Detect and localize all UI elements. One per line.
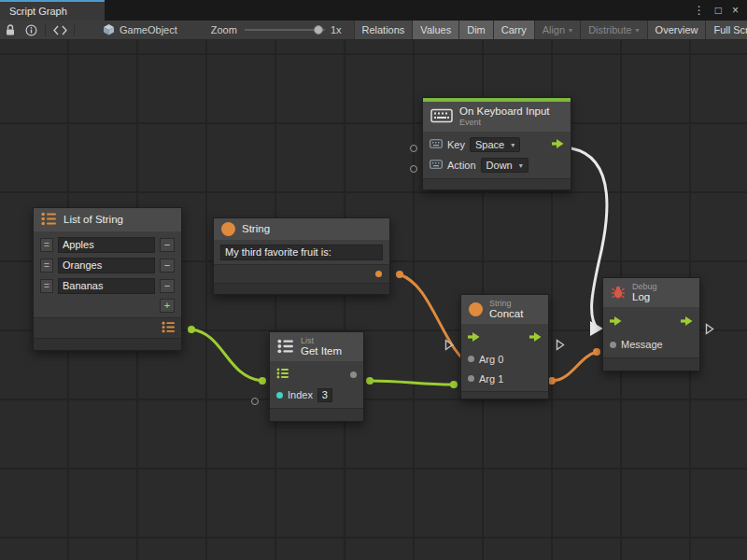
wire-endpoint (450, 381, 458, 388)
node-header: List Get Item (270, 332, 363, 361)
tab-title: Script Graph (9, 6, 67, 17)
node-footer (603, 357, 699, 371)
node-title: String (242, 223, 270, 235)
list-icon (41, 212, 57, 228)
toolbar-divider (45, 24, 46, 36)
zoom-slider[interactable] (245, 24, 325, 35)
control-in-port[interactable] (468, 332, 480, 343)
key-dropdown[interactable]: Space ▾ (470, 137, 520, 152)
control-row (461, 327, 548, 349)
remove-item-button[interactable]: − (160, 238, 175, 252)
node-subtitle: Event (459, 118, 550, 128)
node-title: Concat (489, 308, 523, 320)
values-button[interactable]: Values (412, 21, 458, 40)
control-out-port[interactable] (529, 332, 542, 343)
node-title: On Keyboard Input (459, 105, 550, 118)
string-out-port[interactable] (375, 271, 382, 277)
toolbar-divider (74, 24, 75, 36)
arg1-in-port[interactable] (468, 375, 474, 382)
node-debug-log[interactable]: Debug Log Message (602, 277, 700, 371)
code-icon[interactable] (49, 21, 70, 39)
maximize-icon[interactable]: □ (715, 4, 722, 17)
node-footer (34, 317, 181, 338)
node-header: On Keyboard Input Event (423, 102, 571, 132)
wire-endpoint (188, 326, 195, 333)
relations-button[interactable]: Relations (354, 21, 413, 40)
node-header: Debug Log (603, 278, 699, 307)
bug-icon (611, 285, 626, 301)
action-unconnected-port[interactable] (410, 165, 417, 173)
message-in-port[interactable] (610, 342, 616, 348)
chevron-down-icon: ▾ (636, 26, 640, 35)
index-unconnected-port[interactable] (251, 398, 259, 405)
control-out-port[interactable] (681, 316, 693, 328)
item-out-port[interactable] (350, 371, 357, 378)
drag-handle[interactable]: = (40, 279, 53, 293)
drag-handle[interactable]: = (40, 259, 53, 273)
node-concat[interactable]: String Concat Arg 0 (460, 294, 549, 399)
action-dropdown[interactable]: Down ▾ (481, 158, 529, 173)
wire-arrowhead (590, 321, 603, 336)
carry-button[interactable]: Carry (493, 21, 534, 40)
wire-concat-to-log (552, 352, 597, 381)
list-item-row: = Bananas − (34, 275, 181, 296)
index-in-port[interactable] (276, 392, 283, 399)
list-out-port[interactable] (162, 321, 176, 335)
list-icon (277, 339, 294, 356)
drag-handle[interactable]: = (40, 238, 53, 252)
action-label: Action (447, 160, 476, 171)
lock-icon[interactable] (0, 21, 21, 39)
node-on-keyboard-input[interactable]: On Keyboard Input Event Key Space ▾ (422, 97, 571, 190)
arg0-row: Arg 0 (461, 349, 548, 369)
list-item-row: = Oranges − (34, 255, 181, 275)
list-item-input[interactable]: Bananas (58, 278, 155, 294)
wire-string-to-concat (400, 274, 469, 365)
graph-canvas[interactable]: On Keyboard Input Event Key Space ▾ (0, 40, 747, 560)
remove-item-button[interactable]: − (160, 259, 175, 273)
list-item-input[interactable]: Oranges (58, 258, 155, 273)
node-footer (270, 408, 363, 421)
add-item-button[interactable]: + (160, 299, 175, 313)
zoom-slider-handle[interactable] (314, 25, 323, 35)
index-label: Index (288, 389, 313, 400)
overview-button[interactable]: Overview (647, 21, 706, 40)
node-footer (423, 178, 571, 189)
zoom-label: Zoom (211, 24, 237, 35)
wire-endpoint (548, 377, 556, 385)
node-header: String (214, 218, 389, 240)
chevron-down-icon: ▾ (519, 161, 523, 170)
gameobject-target[interactable]: GameObject (103, 23, 177, 37)
control-in-port[interactable] (610, 316, 622, 328)
control-row (603, 310, 699, 334)
concat-control-out-indicator[interactable] (556, 339, 565, 351)
close-icon[interactable]: × (732, 4, 739, 17)
info-icon[interactable] (21, 21, 41, 39)
remove-item-button[interactable]: − (160, 279, 175, 293)
node-header: List of String (34, 208, 181, 231)
node-string-literal[interactable]: String My third favorite fruit is: (213, 217, 390, 295)
window-menu-icon[interactable]: ⋮ (694, 4, 705, 17)
fullscreen-button[interactable]: Full Screen (705, 21, 747, 40)
arg0-in-port[interactable] (468, 356, 474, 362)
wire-endpoint (593, 348, 600, 356)
chevron-down-icon: ▾ (511, 141, 514, 149)
string-type-icon (469, 302, 483, 316)
wire-getitem-to-concat (370, 381, 454, 385)
string-value-input[interactable]: My third favorite fruit is: (220, 245, 383, 260)
keyboard-icon (430, 108, 453, 125)
log-control-out-indicator[interactable] (705, 323, 714, 335)
key-unconnected-port[interactable] (410, 145, 417, 152)
node-get-item[interactable]: List Get Item Index 3 (269, 331, 364, 422)
dim-button[interactable]: Dim (458, 21, 493, 40)
gameobject-label: GameObject (120, 24, 177, 35)
control-out-port[interactable] (552, 139, 564, 150)
node-category: Debug (632, 282, 657, 291)
list-in-port[interactable] (276, 368, 289, 381)
tab-script-graph[interactable]: Script Graph (0, 0, 105, 21)
list-item-input[interactable]: Apples (58, 237, 155, 253)
index-value-field[interactable]: 3 (317, 388, 332, 402)
node-list-of-string[interactable]: List of String = Apples − = Oranges − = … (33, 207, 182, 351)
wire-endpoint (259, 377, 266, 385)
concat-control-in-indicator[interactable] (444, 339, 454, 351)
key-label: Key (447, 139, 465, 150)
